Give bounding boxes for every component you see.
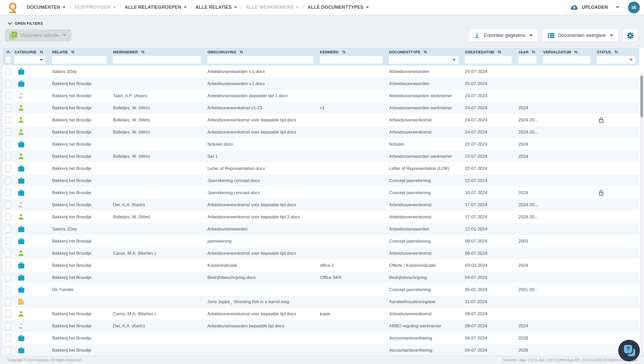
column-header-jaar[interactable]: JAAR <box>518 50 528 54</box>
table-row[interactable]: Bakkerij het Broodje Accountantsverklari… <box>3 332 639 344</box>
upload-button[interactable]: UPLOADEN <box>565 2 624 13</box>
breadcrumb-item-alle-werknemers[interactable]: ALLE WERKNEMERS <box>246 5 299 10</box>
column-header-vervaldatum[interactable]: VERVALDATUM <box>543 50 571 54</box>
table-row[interactable]: Salaris 2Day Arbeidsvoorwaarden Arbeidsv… <box>3 223 639 235</box>
row-checkbox[interactable] <box>5 237 11 245</box>
table-row[interactable]: Bakkerij het Broodje Bolletjes, W. (Wim)… <box>3 102 639 114</box>
column-header-creatiedatum[interactable]: CREATIEDATUM <box>465 50 494 54</box>
row-checkbox[interactable] <box>5 189 11 196</box>
upload-dropdown-caret[interactable] <box>616 6 619 8</box>
column-header-werknemer[interactable]: WERKNEMER <box>113 50 138 54</box>
filter-creatiedatum-input[interactable] <box>465 56 512 64</box>
row-checkbox[interactable] <box>5 68 11 75</box>
vertical-scrollbar[interactable] <box>640 73 643 364</box>
row-checkbox[interactable] <box>5 165 11 172</box>
breadcrumb-item-alle-relaties[interactable]: ALLE RELATIES <box>195 5 237 10</box>
filter-jaar-input[interactable] <box>518 56 536 64</box>
avatar[interactable]: IA <box>628 2 640 13</box>
filter-relatie-input[interactable] <box>52 56 106 64</box>
row-checkbox[interactable] <box>5 334 11 342</box>
row-checkbox[interactable] <box>5 213 11 221</box>
table-row[interactable]: Salaris 2Day Arbeidsvoorwaarden v.1.docx… <box>3 65 639 78</box>
breadcrumb-item-alle-documenttypes[interactable]: ALLE DOCUMENTTYPES <box>308 5 369 10</box>
breadcrumb-item-alle-relatiegroepen[interactable]: ALLE RELATIEGROEPEN <box>125 5 187 10</box>
table-row[interactable]: Joris Joppe_ Shooting fish in a barrel.m… <box>3 296 639 308</box>
breadcrumb-item-documenten[interactable]: DOCUMENTEN <box>27 5 66 10</box>
documenten-weergave-button[interactable]: Documenten weergave <box>542 29 618 42</box>
table-row[interactable]: Bakkerij het Broodje Bolletjes, W. (Wim)… <box>3 114 639 126</box>
filter-documenttype-select[interactable] <box>389 56 458 64</box>
sort-icon[interactable] <box>574 50 578 54</box>
chevron-down-icon <box>184 6 187 8</box>
row-checkbox[interactable] <box>5 153 11 160</box>
row-checkbox[interactable] <box>5 177 11 184</box>
filter-status-select[interactable] <box>597 56 635 64</box>
row-checkbox[interactable] <box>5 80 11 87</box>
row-checkbox[interactable] <box>5 262 11 269</box>
sort-icon[interactable] <box>239 50 244 54</box>
row-checkbox[interactable] <box>5 116 11 124</box>
table-row[interactable]: Bakkerij het Broodje Accountantsverklari… <box>3 344 639 356</box>
table-row[interactable]: Bakkerij het Broodje Jaarrekening concep… <box>3 187 639 199</box>
table-row[interactable]: Bakkerij het Broodje Bedrijfsbeschrijvin… <box>3 271 639 284</box>
scrollbar-thumb[interactable] <box>640 76 643 117</box>
row-checkbox[interactable] <box>5 346 11 354</box>
table-row[interactable]: Bakkerij het Broodje Taart, A.P. (Arjan)… <box>3 90 639 102</box>
table-row[interactable]: Bakkerij het Broodje Caron, M.A. (Marlie… <box>3 308 639 320</box>
table-row[interactable]: Bakkerij het Broodje Kostenindicatie off… <box>3 259 639 271</box>
sort-icon[interactable] <box>497 50 502 54</box>
column-header-documenttype[interactable]: DOCUMENTTYPE <box>389 50 420 54</box>
filter-kenmerk-input[interactable] <box>320 56 382 64</box>
row-checkbox[interactable] <box>5 286 11 293</box>
table-row[interactable]: Bakkerij het Broodje Det, K.A. (Karin) A… <box>3 320 639 332</box>
row-checkbox[interactable] <box>5 92 11 100</box>
row-checkbox[interactable] <box>5 225 11 233</box>
column-header-kenmerk[interactable]: KENMERK <box>320 50 339 54</box>
collapse-rows-icon[interactable] <box>6 51 10 53</box>
help-button[interactable]: ? <box>618 340 640 361</box>
table-row[interactable]: De Tuinder Concept jaarrekening 05-01-20… <box>3 284 639 296</box>
row-checkbox[interactable] <box>5 298 11 305</box>
row-checkbox[interactable] <box>5 104 11 112</box>
sort-icon[interactable] <box>423 50 428 54</box>
table-row[interactable]: Bakkerij het Broodje Letter of Represent… <box>3 162 639 175</box>
table-row[interactable]: Bakkerij het Broodje Det, K.A. (Karin) A… <box>3 199 639 211</box>
filter-omschrijving-input[interactable] <box>207 56 313 64</box>
row-checkbox[interactable] <box>5 322 11 330</box>
row-checkbox[interactable] <box>5 310 11 318</box>
table-row[interactable]: Bakkerij het Broodje Bolletjes, W. (Wim)… <box>3 211 639 223</box>
column-header-categorie[interactable]: CATEGORIE <box>14 50 36 54</box>
table-row[interactable]: Bakkerij het Broodje Arbeidsvoorwaarden … <box>3 78 639 90</box>
table-row[interactable]: Bakkerij het Broodje jaarrekening Concep… <box>3 235 639 247</box>
column-header-omschrijving[interactable]: OMSCHRIJVING <box>207 50 236 54</box>
row-checkbox[interactable] <box>5 140 11 148</box>
breadcrumb-item-testprovider[interactable]: TESTPROVIDER <box>74 5 116 10</box>
filter-categorie-select[interactable] <box>14 56 45 64</box>
sort-icon[interactable] <box>614 50 618 54</box>
cell-relatie: Bakkerij het Broodje <box>50 130 110 135</box>
row-checkbox[interactable] <box>5 201 11 209</box>
column-header-relatie[interactable]: RELATIE <box>52 50 68 54</box>
table-row[interactable]: Bakkerij het Broodje Bolletjes, W. (Wim)… <box>3 126 639 138</box>
document-selectie-button[interactable]: ✓ Document selectie <box>5 29 71 42</box>
column-header-status[interactable]: STATUS <box>597 50 611 54</box>
settings-button[interactable] <box>623 29 638 42</box>
row-checkbox[interactable] <box>5 250 11 257</box>
qwoater-logo[interactable]: Q <box>9 1 20 14</box>
row-checkbox[interactable] <box>5 128 11 136</box>
table-row[interactable]: Bakkerij het Broodje Bolletjes, W. (Wim)… <box>3 150 639 162</box>
filter-vervaldatum-input[interactable] <box>543 56 590 64</box>
sort-icon[interactable] <box>39 50 44 54</box>
table-row[interactable]: Bakkerij het Broodje Caron, M.A. (Marlie… <box>3 247 639 259</box>
open-filters-toggle[interactable]: OPEN FILTERS <box>0 15 644 26</box>
sort-icon[interactable] <box>141 50 145 54</box>
table-row[interactable]: Bakkerij het Broodje Notulen.docx Notule… <box>3 138 639 150</box>
table-row[interactable]: Bakkerij het Broodje Jaarrekening concep… <box>3 175 639 187</box>
sort-icon[interactable] <box>71 50 75 54</box>
row-checkbox[interactable] <box>5 274 11 281</box>
exporteer-gegevens-button[interactable]: Exporteer gegevens <box>469 29 538 42</box>
sort-icon[interactable] <box>531 50 536 54</box>
select-all-checkbox[interactable] <box>5 56 11 63</box>
filter-werknemer-input[interactable] <box>113 56 201 64</box>
sort-icon[interactable] <box>342 50 346 54</box>
